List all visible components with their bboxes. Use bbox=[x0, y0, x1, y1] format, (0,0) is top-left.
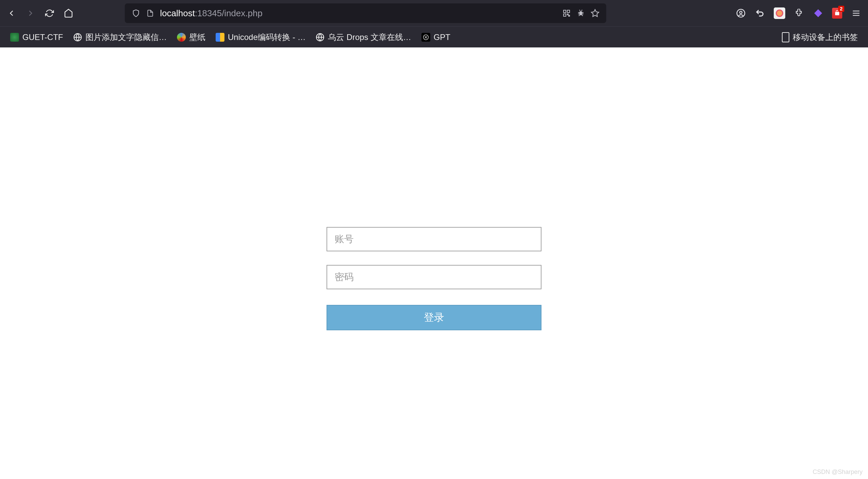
bookmark-gpt[interactable]: GPT bbox=[419, 33, 452, 42]
address-right-icons bbox=[562, 9, 599, 18]
extension-badge: 2 bbox=[838, 6, 844, 12]
address-bar-left-icons bbox=[132, 9, 155, 18]
svg-rect-2 bbox=[564, 14, 566, 16]
favicon-icon bbox=[216, 33, 224, 42]
favicon-icon bbox=[177, 33, 186, 42]
username-input[interactable] bbox=[327, 227, 541, 251]
svg-rect-0 bbox=[564, 10, 566, 13]
bookmark-unicode[interactable]: Unicode编码转换 - … bbox=[214, 32, 308, 43]
bookmark-star-icon[interactable] bbox=[591, 9, 599, 18]
bookmark-wallpaper[interactable]: 壁纸 bbox=[175, 32, 208, 43]
bookmark-label: 移动设备上的书签 bbox=[793, 32, 858, 43]
login-form: 登录 bbox=[327, 227, 541, 479]
extension-2-icon[interactable] bbox=[813, 8, 823, 18]
bookmark-label: Unicode编码转换 - … bbox=[228, 32, 305, 43]
shield-icon[interactable] bbox=[132, 9, 140, 18]
bug-icon[interactable] bbox=[576, 9, 585, 18]
extensions-icon[interactable] bbox=[794, 8, 804, 18]
bookmark-guet-ctf[interactable]: GUET-CTF bbox=[8, 33, 65, 42]
bookmark-image-text[interactable]: 图片添加文字隐藏信… bbox=[71, 32, 169, 43]
password-input[interactable] bbox=[327, 265, 541, 289]
account-icon[interactable] bbox=[736, 8, 746, 18]
bookmark-wooyun[interactable]: 乌云 Drops 文章在线… bbox=[314, 32, 413, 43]
watermark-text: CSDN @Sharpery bbox=[813, 468, 863, 476]
mobile-icon bbox=[782, 32, 789, 42]
right-toolbar: 2 bbox=[736, 7, 861, 19]
page-content: 登录 bbox=[0, 47, 868, 479]
url-host: localhost bbox=[160, 8, 195, 19]
favicon-icon bbox=[10, 33, 19, 42]
extension-3-icon[interactable]: 2 bbox=[832, 8, 842, 18]
bookmark-label: GUET-CTF bbox=[22, 33, 63, 42]
undo-icon[interactable] bbox=[755, 8, 765, 18]
app-menu-icon[interactable] bbox=[851, 8, 861, 18]
url-text: localhost:18345/index.php bbox=[160, 8, 262, 19]
svg-rect-5 bbox=[579, 11, 582, 15]
svg-rect-9 bbox=[835, 12, 839, 15]
url-path: :18345/index.php bbox=[195, 8, 263, 19]
bookmark-label: GPT bbox=[434, 33, 450, 42]
home-button[interactable] bbox=[64, 8, 73, 18]
bookmark-label: 图片添加文字隐藏信… bbox=[85, 32, 167, 43]
svg-rect-4 bbox=[569, 15, 570, 16]
address-bar[interactable]: localhost:18345/index.php bbox=[125, 3, 606, 23]
svg-rect-3 bbox=[567, 14, 568, 15]
page-info-icon[interactable] bbox=[146, 9, 155, 18]
qr-icon[interactable] bbox=[562, 9, 571, 18]
favicon-icon bbox=[421, 33, 430, 42]
bookmark-mobile[interactable]: 移动设备上的书签 bbox=[780, 32, 860, 43]
svg-point-8 bbox=[740, 11, 742, 14]
extension-1-icon[interactable] bbox=[774, 7, 785, 19]
globe-icon bbox=[316, 33, 324, 42]
back-button[interactable] bbox=[7, 8, 16, 18]
bookmark-label: 壁纸 bbox=[189, 32, 205, 43]
bookmark-label: 乌云 Drops 文章在线… bbox=[328, 32, 411, 43]
reload-button[interactable] bbox=[45, 8, 54, 18]
forward-button[interactable] bbox=[26, 8, 35, 18]
svg-rect-1 bbox=[567, 10, 570, 13]
svg-marker-6 bbox=[591, 9, 599, 17]
nav-icon-group bbox=[7, 8, 73, 18]
bookmarks-bar: GUET-CTF 图片添加文字隐藏信… 壁纸 Unicode编码转换 - … 乌… bbox=[0, 26, 868, 47]
browser-toolbar: localhost:18345/index.php bbox=[0, 0, 868, 26]
login-button[interactable]: 登录 bbox=[327, 305, 541, 330]
globe-icon bbox=[73, 33, 82, 42]
